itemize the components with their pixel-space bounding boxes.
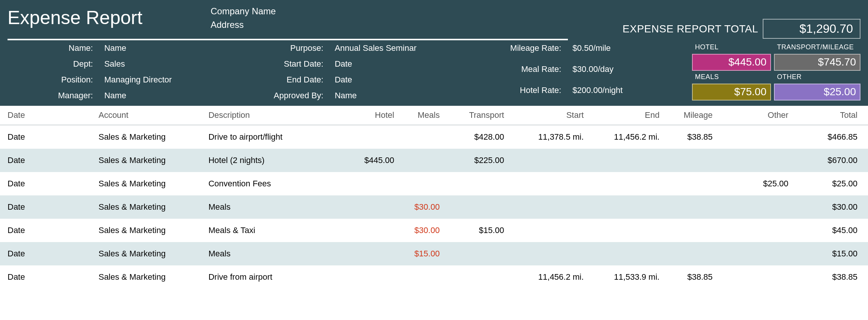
cat-other-value: $25.00 [774,84,860,101]
col-meals: Meals [398,106,443,125]
cell: $15.00 [398,242,443,265]
value-position: Managing Director [104,75,208,85]
col-date: Date [0,106,95,125]
cell: Sales & Marketing [95,149,205,172]
cell: Sales & Marketing [95,125,205,149]
company-name: Company Name [211,5,622,18]
cell [508,172,587,195]
cell [508,195,587,219]
cat-other-label: OTHER [774,73,860,81]
expense-table: Date Account Description Hotel Meals Tra… [0,106,868,289]
cell: Date [0,195,95,219]
label-manager: Manager: [8,91,93,101]
table-row: DateSales & MarketingDrive from airport1… [0,265,868,289]
table-row: DateSales & MarketingMeals$30.00$30.00 [0,195,868,219]
value-hotel-rate: $200.00/night [572,85,643,101]
value-mileage-rate: $0.50/mile [572,43,643,58]
cell [663,195,716,219]
category-totals: HOTEL TRANSPORT/MILEAGE $445.00 $745.70 … [692,43,860,101]
cat-trans-label: TRANSPORT/MILEAGE [774,43,860,52]
table-row: DateSales & MarketingMeals$15.00$15.00 [0,242,868,265]
cell [587,219,663,242]
cell [663,219,716,242]
col-hotel: Hotel [337,106,398,125]
cell: $45.00 [792,219,868,242]
cell [337,219,398,242]
table-row: DateSales & MarketingConvention Fees$25.… [0,172,868,195]
cell: $225.00 [443,149,508,172]
cell: Meals & Taxi [205,219,337,242]
label-position: Position: [8,75,93,85]
grand-total-label: EXPENSE REPORT TOTAL [622,23,758,35]
col-end: End [587,106,663,125]
cell: Sales & Marketing [95,172,205,195]
value-approved: Name [335,91,505,101]
cell: Sales & Marketing [95,219,205,242]
label-end: End Date: [208,75,323,85]
grand-total: EXPENSE REPORT TOTAL $1,290.70 [622,19,860,39]
cell: Date [0,219,95,242]
value-end: Date [335,75,505,85]
value-manager: Name [104,91,208,101]
grand-total-value: $1,290.70 [763,19,860,39]
cell [508,219,587,242]
header-rule [8,39,568,40]
cell [337,242,398,265]
label-hotel-rate: Hotel Rate: [505,85,561,101]
cell [398,172,443,195]
cell: Date [0,125,95,149]
cell: $15.00 [792,242,868,265]
value-name: Name [104,43,208,53]
report-header: Expense Report Company Name Address EXPE… [0,0,868,106]
cell [398,265,443,289]
col-total: Total [792,106,868,125]
cell [663,172,716,195]
value-purpose: Annual Sales Seminar [335,43,505,53]
cell: $428.00 [443,125,508,149]
cell [587,172,663,195]
cell [716,125,792,149]
cell: $38.85 [663,125,716,149]
report-title: Expense Report [8,2,211,29]
value-meal-rate: $30.00/day [572,64,643,79]
col-description: Description [205,106,337,125]
cell: $25.00 [716,172,792,195]
cell: Sales & Marketing [95,242,205,265]
value-dept: Sales [104,59,208,69]
table-row: DateSales & MarketingHotel (2 nights)$44… [0,149,868,172]
cell [716,265,792,289]
cell: Drive from airport [205,265,337,289]
cell: $445.00 [337,149,398,172]
cell [508,149,587,172]
cell [443,265,508,289]
label-purpose: Purpose: [208,43,323,53]
cell [587,195,663,219]
cell: Date [0,265,95,289]
cell: Sales & Marketing [95,265,205,289]
cell [716,219,792,242]
cat-meals-label: MEALS [692,73,771,81]
cell [337,125,398,149]
cell: $466.85 [792,125,868,149]
col-other: Other [716,106,792,125]
cell [337,172,398,195]
cell [716,242,792,265]
cell: $15.00 [443,219,508,242]
cell [443,195,508,219]
company-block: Company Name Address [211,2,622,32]
cat-hotel-label: HOTEL [692,43,771,52]
col-account: Account [95,106,205,125]
cell [508,242,587,265]
cell: $38.85 [663,265,716,289]
cell: Meals [205,242,337,265]
cell: 11,456.2 mi. [587,125,663,149]
cell: 11,378.5 mi. [508,125,587,149]
cell [716,149,792,172]
label-name: Name: [8,43,93,53]
cell [443,172,508,195]
value-start: Date [335,59,505,69]
table-row: DateSales & MarketingMeals & Taxi$30.00$… [0,219,868,242]
cell [443,242,508,265]
label-mileage-rate: Mileage Rate: [505,43,561,58]
cell [716,195,792,219]
